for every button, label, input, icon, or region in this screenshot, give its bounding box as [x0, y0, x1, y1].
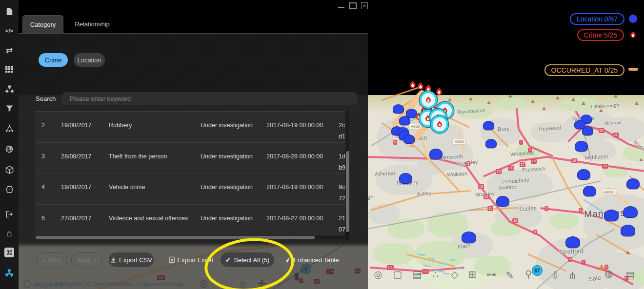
legend-location-pill[interactable]: Location 0/67: [570, 13, 624, 25]
table-row[interactable]: 2 19/08/2017 Robbery Under investigation…: [35, 112, 345, 143]
swap-arrows-icon[interactable]: ⇄: [0, 43, 19, 58]
hexagon-icon[interactable]: [0, 182, 19, 197]
export-excel-button[interactable]: Export Excel: [164, 252, 218, 267]
filter-location-button[interactable]: Location: [74, 53, 105, 67]
data-panel: Category Relationship Crime Location Sea…: [19, 0, 368, 289]
select-all-button[interactable]: ✓ Select All (5): [221, 252, 274, 267]
horizontal-scrollbar-thumb[interactable]: [36, 236, 315, 239]
legend-occurred-at-pill[interactable]: OCCURRED_AT 0/25: [544, 64, 624, 76]
tab-divider: [19, 33, 368, 34]
minimize-button[interactable]: [338, 7, 344, 8]
app-window: RamsbottomBuryHeywoodWhitefieldPrestwich…: [0, 0, 644, 289]
mapbox-logo-icon: [23, 280, 31, 288]
command-icon[interactable]: ⌘: [0, 245, 19, 260]
maximize-button[interactable]: [349, 2, 357, 9]
search-label: Search: [36, 95, 56, 102]
crime-marker[interactable]: [424, 84, 433, 96]
sitemap-icon[interactable]: [0, 81, 19, 96]
globe-icon[interactable]: [0, 142, 19, 156]
horizontal-scrollbar[interactable]: [35, 235, 349, 239]
prev-button[interactable]: ‹ Prev: [37, 252, 67, 268]
tab-relationship[interactable]: Relationship: [65, 15, 119, 33]
edge-icon: [628, 68, 638, 71]
home-icon[interactable]: ⌂: [0, 226, 19, 240]
download-icon: [110, 257, 116, 263]
filter-icon[interactable]: [0, 101, 19, 116]
sign-out-icon[interactable]: [0, 207, 19, 221]
circle-icon: [629, 15, 637, 23]
check-icon: ✓: [225, 256, 231, 264]
paper-plane-icon: [283, 257, 290, 263]
chevron-right-icon: ›: [94, 256, 96, 264]
window-controls: ✕: [334, 1, 370, 10]
filter-crime-button[interactable]: Crime: [39, 53, 68, 67]
table-row[interactable]: 4 19/08/2017 Vehicle crime Under investi…: [35, 173, 345, 205]
export-csv-button[interactable]: Export CSV: [109, 252, 154, 267]
enhanced-table-button[interactable]: Enhanced Table: [282, 252, 340, 267]
crime-marker[interactable]: [416, 82, 425, 93]
vertical-scrollbar[interactable]: [345, 111, 349, 240]
code-icon[interactable]: </>: [0, 23, 19, 38]
crime-table: 2 19/08/2017 Robbery Under investigation…: [35, 111, 345, 235]
flame-icon: [629, 31, 637, 41]
search-input[interactable]: [61, 92, 358, 105]
crime-marker[interactable]: [408, 80, 418, 92]
radiation-icon[interactable]: [0, 266, 19, 281]
graph-triangle-icon[interactable]: [0, 121, 19, 135]
map-attribution[interactable]: © Mapbox | © OpenStreetMap | Improve thi…: [55, 280, 183, 289]
left-toolbar: </> ⇄ ⌂ ⌘: [0, 0, 19, 289]
graph-legend: Location 0/67 Crime 5/25 OCCURRED_AT 0/2…: [532, 0, 644, 83]
cube-icon[interactable]: [0, 162, 19, 177]
excel-file-icon: [169, 256, 175, 263]
table-row[interactable]: 5 27/08/2017 Violence and sexual offence…: [35, 205, 345, 236]
legend-crime-pill[interactable]: Crime 5/25: [577, 29, 624, 41]
tab-category[interactable]: Category: [22, 15, 63, 34]
table-grid-icon[interactable]: [0, 62, 19, 77]
table-row[interactable]: 3 28/08/2017 Theft from the person Under…: [35, 143, 345, 174]
next-button[interactable]: Next ›: [71, 252, 102, 268]
vertical-scrollbar-thumb[interactable]: [346, 151, 349, 232]
document-icon[interactable]: [0, 4, 19, 19]
close-button[interactable]: ✕: [361, 2, 368, 9]
chevron-left-icon: ‹: [43, 256, 45, 264]
